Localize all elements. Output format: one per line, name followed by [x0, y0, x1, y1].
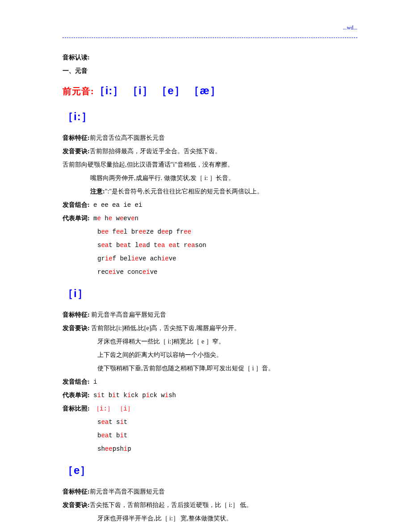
i-key: 发音要诀: 舌前部比[i:]稍低,比[e]高，舌尖抵下齿,嘴唇扁平分开。 — [63, 322, 357, 335]
front-vowels-line: 前元音:［i:］ ［i］ ［e］ ［æ］ — [63, 80, 357, 101]
label-words: 代表单词: — [63, 392, 90, 398]
ii-words-line4: grief believe achieve — [63, 252, 357, 265]
e-key: 发音要诀:舌尖抵下齿，舌前部稍抬起，舌后接近硬颚，比［ i:］ 低。 — [63, 499, 357, 511]
ii-words-line1: 代表单词: me he weeven — [63, 212, 357, 225]
i-words-line1: 代表单词: sit bit kick pick wish — [63, 389, 357, 402]
ii-line3: 嘴唇向两旁伸开,成扁平行. 做微笑状,发［ i: ］长音。 — [63, 172, 357, 184]
ipa-e-header: ［e］ — [63, 460, 357, 481]
label-feature: 音标特征: — [63, 134, 90, 141]
text-combo: i — [90, 378, 97, 385]
label-key: 发音要诀: — [63, 502, 90, 508]
label-feature: 音标特征: — [63, 311, 90, 318]
text-feature: 前元音半高音不圆唇短元音 — [90, 488, 165, 495]
i-combo: 发音组合: i — [63, 376, 357, 388]
label-note: 注意: — [90, 188, 105, 195]
text-combo: e ee ea ie ei — [90, 201, 143, 209]
header-rule — [63, 38, 357, 38]
ii-key: 发音要诀:舌前部抬得最高，牙齿近乎全合。舌尖抵下齿。 — [63, 145, 357, 158]
ii-words-line2: bee feel breeze deep free — [63, 226, 357, 238]
front-vowels-label: 前元音: — [63, 86, 94, 96]
i-line2: 牙床也开得稍大一些比［ i:]稍宽,比［ e ］窄。 — [63, 335, 357, 348]
text-feature: 前元音半高音扁平唇短元音 — [90, 311, 167, 318]
e-line2: 牙床也开得半开半合,比［ i:］ 宽,整体做微笑状。 — [63, 512, 357, 525]
text-note: ":"是长音符号,长元音往往比它相应的短元音长两倍以上。 — [105, 188, 264, 195]
label-key: 发音要诀: — [63, 325, 90, 331]
i-compare-1: seat sit — [63, 416, 357, 428]
header-wd: ...wd... — [63, 22, 357, 33]
front-vowels-ipa: ［i:］ ［i］ ［e］ ［æ］ — [94, 84, 221, 96]
words-row: me he weeven — [90, 215, 138, 222]
ipa-i-header: ［i］ — [63, 283, 357, 304]
text-feature: 前元音舌位高不圆唇长元音 — [90, 134, 165, 141]
text-key: 舌尖抵下齿，舌前部稍抬起，舌后接近硬颚，比［ i:］ 低。 — [90, 502, 253, 508]
title-vowels: 一、元音 — [63, 65, 357, 77]
i-line4: 使下颚稍稍下垂,舌前部也随之稍稍下降,即可发出短促［ i ］音。 — [63, 362, 357, 375]
ii-note: 注意:":"是长音符号,长元音往往比它相应的短元音长两倍以上。 — [63, 185, 357, 198]
ii-combo: 发音组合: e ee ea ie ei — [63, 199, 357, 211]
label-feature: 音标特征: — [63, 488, 90, 495]
ii-words-line3: seat beat lead tea eat reason — [63, 239, 357, 251]
ii-words-line5: receive conceive — [63, 266, 357, 278]
ii-line2: 舌前部向硬颚尽量抬起,但比汉语普通话"i"音稍低，没有摩擦。 — [63, 159, 357, 171]
i-feature: 音标特征: 前元音半高音扁平唇短元音 — [63, 309, 357, 321]
i-compare-header: 音标比照: ［i:］ ［i］ — [63, 402, 357, 415]
label-combo: 发音组合: — [63, 378, 90, 385]
e-feature: 音标特征:前元音半高音不圆唇短元音 — [63, 486, 357, 498]
i-compare-3: sheepship — [63, 443, 357, 455]
i-compare-2: beat bit — [63, 429, 357, 442]
label-combo: 发音组合: — [63, 201, 90, 208]
compare-ipa: ［i:］ ［i］ — [90, 405, 134, 412]
i-line3: 上下齿之间的距离大约可以容纳一个小指尖。 — [63, 349, 357, 361]
label-compare: 音标比照: — [63, 405, 90, 412]
words-row: sit bit kick pick wish — [90, 392, 176, 399]
label-words: 代表单词: — [63, 215, 90, 222]
ii-feature: 音标特征:前元音舌位高不圆唇长元音 — [63, 132, 357, 144]
text-key: 舌前部抬得最高，牙齿近乎全合。舌尖抵下齿。 — [90, 148, 221, 155]
title-phonetic-reading: 音标认读: — [63, 51, 357, 64]
label-key: 发音要诀: — [63, 148, 90, 155]
text-key: 舌前部比[i:]稍低,比[e]高，舌尖抵下齿,嘴唇扁平分开。 — [90, 325, 240, 331]
ipa-ii-header: ［i:］ — [63, 106, 357, 127]
